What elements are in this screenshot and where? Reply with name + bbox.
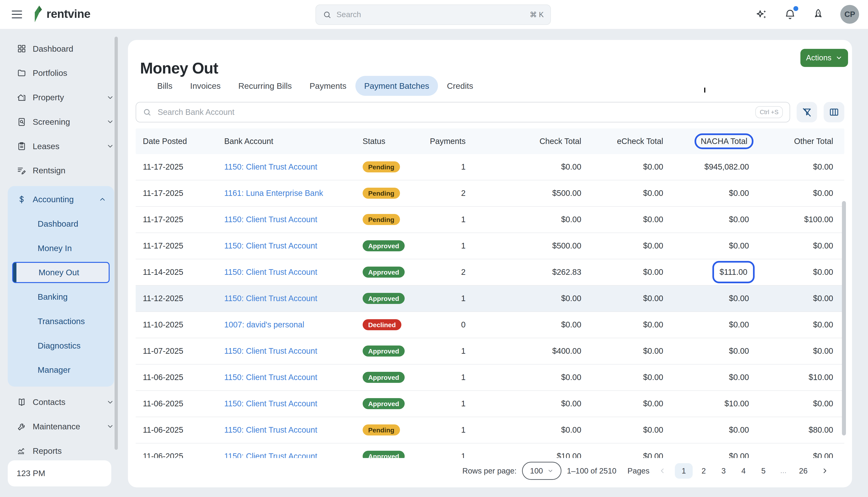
table-row[interactable]: 11-17-20251150: Client Trust AccountAppr… — [136, 233, 844, 259]
sidebar-accounting-item-money-in[interactable]: Money In — [8, 236, 114, 260]
whats-new-rocket-icon[interactable] — [812, 8, 824, 20]
cell-other-total: $10.00 — [759, 373, 844, 382]
table-scrollbar[interactable] — [842, 201, 846, 436]
cell-status: Approved — [360, 451, 410, 458]
search-shortcut-chip: Ctrl +S — [755, 106, 783, 118]
table-row[interactable]: 11-17-20251150: Client Trust AccountPend… — [136, 154, 844, 180]
column-header-check-total[interactable]: Check Total — [479, 137, 592, 146]
brand-logo[interactable]: rentvine — [31, 6, 90, 22]
cell-echeck-total: $0.00 — [592, 425, 674, 435]
bank-account-link[interactable]: 1150: Client Trust Account — [224, 452, 317, 458]
column-header-echeck-total[interactable]: eCheck Total — [592, 137, 674, 146]
sidebar-scrollbar[interactable] — [115, 37, 118, 450]
sidebar-accounting-item-diagnostics[interactable]: Diagnostics — [8, 333, 114, 358]
column-header-date-posted[interactable]: Date Posted — [136, 137, 224, 146]
bank-account-link[interactable]: 1150: Client Trust Account — [224, 399, 317, 408]
sidebar-accounting-item-transactions[interactable]: Transactions — [8, 309, 114, 333]
sidebar-accounting-item-dashboard[interactable]: Dashboard — [8, 212, 114, 236]
bank-account-link[interactable]: 1161: Luna Enterprise Bank — [224, 189, 323, 198]
bank-account-link[interactable]: 1150: Client Trust Account — [224, 241, 317, 250]
sidebar-accounting-item-banking[interactable]: Banking — [8, 285, 114, 309]
cell-status: Pending — [360, 214, 410, 225]
sidebar-item-reports[interactable]: Reports — [0, 439, 122, 463]
notifications-bell-icon[interactable] — [784, 8, 796, 20]
cell-echeck-total: $0.00 — [592, 241, 674, 251]
bank-account-search-input[interactable] — [157, 107, 755, 117]
page-number-3[interactable]: 3 — [715, 463, 732, 479]
notification-dot — [793, 6, 798, 11]
table-header-row: Date PostedBank AccountStatusPaymentsChe… — [136, 128, 844, 154]
page-number-1[interactable]: 1 — [675, 463, 692, 479]
sidebar-item-accounting[interactable]: Accounting — [8, 187, 114, 212]
status-badge: Pending — [363, 214, 400, 225]
cell-echeck-total: $0.00 — [592, 320, 674, 329]
tab-payments[interactable]: Payments — [301, 76, 355, 96]
cell-bank-account: 1161: Luna Enterprise Bank — [224, 189, 360, 198]
bank-account-link[interactable]: 1007: david's personal — [224, 320, 304, 329]
tab-bills[interactable]: Bills — [148, 76, 181, 96]
tab-credits[interactable]: Credits — [438, 76, 482, 96]
bank-account-link[interactable]: 1150: Client Trust Account — [224, 425, 317, 434]
sidebar-item-property[interactable]: Property — [0, 85, 122, 110]
tab-payment-batches[interactable]: Payment Batches — [355, 76, 438, 96]
table-row[interactable]: 11-06-20251150: Client Trust AccountPend… — [136, 417, 844, 443]
cell-nacha-total: $0.00 — [674, 294, 759, 303]
sidebar-item-dashboard[interactable]: Dashboard — [0, 37, 122, 61]
cell-date-posted: 11-10-2025 — [136, 320, 224, 329]
table-row[interactable]: 11-12-20251150: Client Trust AccountAppr… — [136, 286, 844, 312]
sidebar-item-leases[interactable]: Leases — [0, 134, 122, 158]
columns-button[interactable] — [824, 102, 844, 122]
rows-per-page-select[interactable]: 100 — [522, 462, 561, 480]
cell-date-posted: 11-17-2025 — [136, 189, 224, 198]
tab-recurring-bills[interactable]: Recurring Bills — [230, 76, 301, 96]
table-row[interactable]: 11-10-20251007: david's personalDeclined… — [136, 312, 844, 338]
table-row[interactable]: 11-06-20251150: Client Trust AccountAppr… — [136, 391, 844, 417]
column-header-nacha-total[interactable]: NACHA Total — [674, 133, 759, 149]
columns-icon — [829, 107, 839, 117]
bank-account-link[interactable]: 1150: Client Trust Account — [224, 162, 317, 171]
cell-nacha-total: $111.00 — [674, 261, 759, 283]
cell-check-total: $262.83 — [479, 268, 592, 277]
bank-account-link[interactable]: 1150: Client Trust Account — [224, 294, 317, 303]
column-header-payments[interactable]: Payments — [410, 137, 479, 146]
sidebar-item-portfolios[interactable]: Portfolios — [0, 61, 122, 85]
sidebar-item-maintenance[interactable]: Maintenance — [0, 414, 122, 439]
table-row[interactable]: 11-17-20251161: Luna Enterprise BankPend… — [136, 180, 844, 207]
bank-account-link[interactable]: 1150: Client Trust Account — [224, 215, 317, 224]
page-number-2[interactable]: 2 — [695, 463, 712, 479]
cell-other-total: $0.00 — [759, 241, 844, 251]
bank-account-link[interactable]: 1150: Client Trust Account — [224, 373, 317, 382]
column-header-bank-account[interactable]: Bank Account — [224, 137, 360, 146]
page-number-4[interactable]: 4 — [735, 463, 752, 479]
column-header-other-total[interactable]: Other Total — [759, 137, 844, 146]
table-row[interactable]: 11-06-20251150: Client Trust AccountAppr… — [136, 443, 844, 458]
page-number-5[interactable]: 5 — [755, 463, 772, 479]
tab-invoices[interactable]: Invoices — [181, 76, 229, 96]
sidebar-accounting-item-money-out[interactable]: Money Out — [12, 262, 109, 283]
status-badge: Approved — [363, 451, 404, 458]
table-row[interactable]: 11-14-20251150: Client Trust AccountAppr… — [136, 259, 844, 286]
actions-button[interactable]: Actions — [800, 49, 848, 67]
sidebar-item-screening[interactable]: Screening — [0, 110, 122, 134]
table-row[interactable]: 11-06-20251150: Client Trust AccountAppr… — [136, 365, 844, 391]
cell-other-total: $0.00 — [759, 346, 844, 356]
previous-page-icon[interactable] — [655, 467, 669, 475]
cell-nacha-total: $945,082.00 — [674, 162, 759, 171]
global-search-input[interactable]: Search ⌘ K — [315, 4, 551, 25]
column-header-status[interactable]: Status — [360, 137, 410, 146]
bank-account-link[interactable]: 1150: Client Trust Account — [224, 268, 317, 276]
bank-account-link[interactable]: 1150: Client Trust Account — [224, 346, 317, 355]
sidebar-item-rentsign[interactable]: Rentsign — [0, 158, 122, 183]
next-page-icon[interactable] — [818, 467, 832, 475]
hamburger-menu-icon[interactable] — [12, 11, 22, 18]
table-row[interactable]: 11-17-20251150: Client Trust AccountPend… — [136, 207, 844, 233]
clear-filters-button[interactable] — [797, 102, 817, 122]
sidebar-accounting-item-manager[interactable]: Manager — [8, 358, 114, 382]
ai-sparkle-icon[interactable] — [755, 8, 768, 20]
page-number-26[interactable]: 26 — [795, 463, 812, 479]
avatar[interactable]: CP — [840, 5, 859, 24]
sidebar-item-contacts[interactable]: Contacts — [0, 390, 122, 414]
table-row[interactable]: 11-07-20251150: Client Trust AccountAppr… — [136, 338, 844, 365]
cell-payments: 2 — [410, 268, 479, 277]
leases-icon — [17, 141, 27, 151]
